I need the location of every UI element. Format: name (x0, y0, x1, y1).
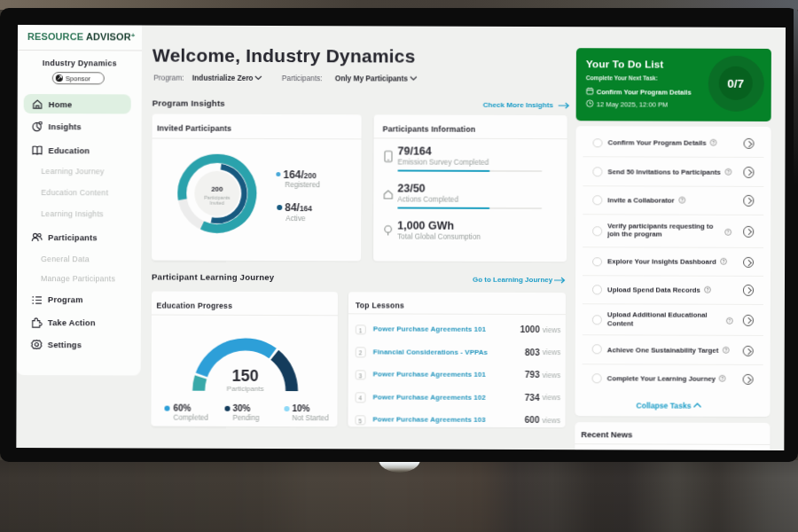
svg-text:?: ? (726, 168, 729, 174)
svg-text:?: ? (706, 286, 708, 292)
svg-text:?: ? (722, 375, 724, 380)
svg-text:?: ? (724, 347, 727, 352)
svg-text:?: ? (712, 140, 715, 145)
svg-text:?: ? (728, 318, 731, 324)
svg-text:?: ? (680, 197, 683, 202)
svg-text:?: ? (722, 259, 724, 264)
svg-text:?: ? (727, 229, 730, 234)
